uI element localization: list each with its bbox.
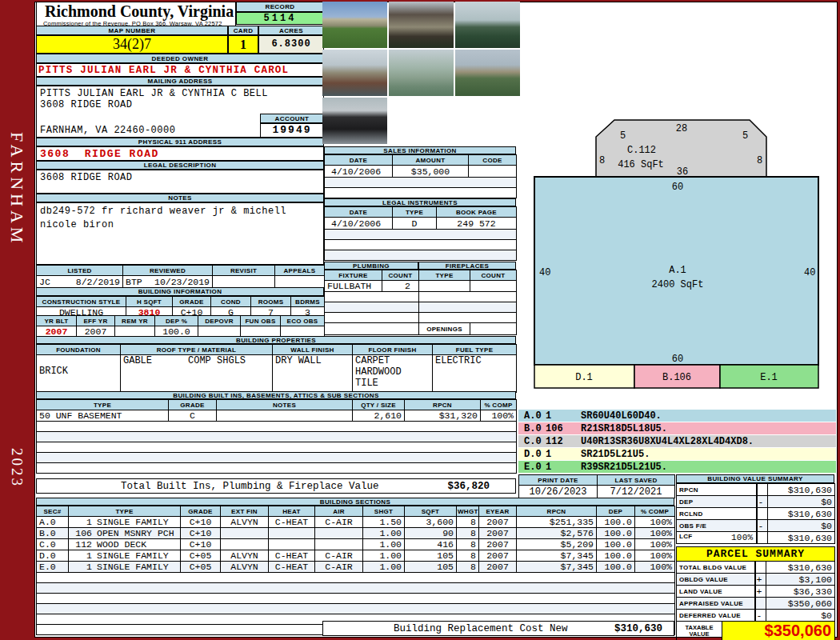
- built-in-type-label: TYPE: [37, 400, 169, 410]
- floor-value: CARPET HARDWOOD TILE: [353, 355, 433, 393]
- empty-row: [325, 292, 517, 302]
- empty-row: [325, 178, 517, 188]
- legend-trace: R21SR18D5L18U5.: [581, 423, 667, 434]
- vs-label: OBS F/E: [677, 520, 757, 532]
- legend-trace: R39SR21D5L21U5.: [581, 462, 667, 473]
- acres-value: 6.8300: [258, 35, 324, 54]
- ps-label: TOTAL BLDG VALUE: [677, 562, 755, 574]
- property-photo-1[interactable]: [322, 2, 387, 48]
- section-type: OPEN MSNRY PCH: [97, 528, 174, 538]
- construction-style-label: CONSTRUCTION STYLE: [37, 297, 126, 307]
- legend-sec: B.0: [518, 423, 546, 434]
- section-sqft: 90: [405, 528, 457, 539]
- dim-c-top: 28: [676, 123, 687, 134]
- fireplace-type-value: [419, 281, 470, 292]
- instrument-book-page: 249 572: [437, 218, 517, 230]
- sale-row: 4/10/2006 $35,000: [325, 166, 517, 178]
- built-ins-total-value: $36,820: [447, 481, 490, 492]
- effyr-label: EFF YR: [77, 316, 115, 326]
- legal-description-value: 3608 RIDGE ROAD: [36, 170, 324, 194]
- value-summary-row: LCF100% $310,630: [677, 532, 835, 544]
- vs-sign: [757, 532, 768, 544]
- notes-label: NOTES: [36, 194, 324, 202]
- parcel-summary-table: PARCEL SUMMARY TOTAL BLDG VALUE $310,630…: [676, 546, 835, 640]
- mailing-address-label: MAILING ADDRESS: [36, 77, 324, 86]
- section-extfin: ALVYN: [221, 517, 269, 528]
- listed-pair: JC8/2/2019: [39, 277, 120, 287]
- building-sections-table: SEC# TYPE GRADE EXT FIN HEAT AIR SHGT SQ…: [36, 506, 675, 635]
- openings-label: OPENINGS: [419, 323, 470, 335]
- legend-sec: D.0: [518, 449, 546, 460]
- floor-line-2: HARDWOOD: [355, 366, 430, 378]
- property-photo-5[interactable]: [389, 50, 454, 96]
- empty-cell: [325, 250, 517, 261]
- empty-row: [37, 422, 517, 432]
- fireplaces-label: FIREPLACES: [418, 262, 516, 270]
- print-date-label: PRINT DATE: [519, 475, 598, 486]
- bdrms-label: BDRMS: [291, 297, 325, 307]
- rpcn-header: RPCN: [517, 506, 597, 517]
- instruments-header: DATE TYPE BOOK PAGE: [325, 207, 517, 218]
- building-section-row: E.0 1SINGLE FAMILY C+05 ALVYN C-HEAT C-A…: [37, 562, 675, 573]
- cond-label: COND: [211, 297, 251, 307]
- instrument-row: 4/10/2006 D 249 572: [325, 218, 517, 230]
- vs-label: LCF100%: [677, 532, 757, 544]
- section-type-cell: 112WOOD DECK: [69, 539, 181, 550]
- physical-address-value: 3608 RIDGE ROAD: [36, 146, 324, 161]
- legal-description-label: LEGAL DESCRIPTION: [36, 161, 324, 170]
- built-in-rpcn: $31,320: [405, 410, 481, 422]
- sec-header: SEC#: [37, 506, 69, 517]
- ps-value: $310,630: [766, 562, 835, 574]
- property-photo-2[interactable]: [389, 2, 454, 48]
- legend-sec: E.0: [518, 462, 546, 473]
- floor-line-1: CARPET: [355, 355, 430, 366]
- property-photo-3[interactable]: [455, 2, 520, 48]
- sketch-legend: A.01SR60U40L60D40. B.0106R21SR18D5L18U5.…: [518, 410, 836, 474]
- reviewed-pair: BTP10/23/2019: [126, 277, 210, 287]
- sketch-label-b: B.106: [662, 372, 691, 383]
- building-sketch: 28 5 5 C.112 8 416 SqFt 8 36 60 40 A.1 2…: [520, 110, 836, 394]
- building-properties-header: FOUNDATION ROOF TYPE / MATERIAL WALL FIN…: [37, 345, 517, 355]
- deeded-owner-label: DEEDED OWNER: [36, 54, 324, 63]
- section-heat: [269, 539, 315, 550]
- instrument-date: 4/10/2006: [325, 218, 393, 230]
- empty-cell: [37, 453, 517, 463]
- ps-label: LAND VALUE: [677, 586, 755, 598]
- parcel-summary-row: OBLDG VALUE + $3,100: [677, 574, 835, 586]
- instrument-type: D: [393, 218, 437, 230]
- reviewed-by: BTP: [126, 277, 142, 287]
- built-ins-label: BUILDING BUILT INS, BASEMENTS, ATTICS & …: [36, 391, 516, 399]
- legend-qty: 112: [546, 436, 581, 447]
- sketch-label-c: C.112: [627, 145, 656, 156]
- roof-value: GABLECOMP SHGLS: [121, 355, 273, 393]
- ps-value: $0: [766, 610, 835, 622]
- foundation-label: FOUNDATION: [37, 345, 121, 355]
- property-photo-7[interactable]: [322, 98, 387, 144]
- plumbing-label: PLUMBING: [324, 262, 418, 270]
- sale-code: [469, 166, 517, 178]
- vs-value: $310,630: [768, 484, 835, 496]
- section-sqft: 416: [405, 539, 457, 550]
- sketch-label-e: E.1: [760, 372, 778, 383]
- sqft-header: SQFT: [405, 506, 457, 517]
- section-rpcn: $2,576: [517, 528, 597, 539]
- legend-trace: U40R13SR36U8XU4L4XL28XL4D4XD8.: [581, 436, 754, 447]
- section-rpcn: $7,345: [517, 550, 597, 562]
- legend-sec: A.0: [518, 410, 546, 422]
- last-saved-value: 7/12/2021: [598, 486, 675, 498]
- section-air: C-AIR: [315, 562, 363, 573]
- roof-material: COMP SHGLS: [188, 355, 246, 366]
- legend-qty: 106: [546, 423, 581, 434]
- fuel-value: ELECTRIC: [433, 355, 517, 393]
- fireplace-type-label: TYPE: [419, 270, 470, 281]
- property-photo-6[interactable]: [455, 50, 520, 96]
- record-label: RECORD: [236, 2, 324, 12]
- property-photo-4[interactable]: [322, 50, 387, 96]
- legend-qty: 1: [546, 462, 581, 473]
- built-in-comp: 100%: [481, 410, 517, 422]
- built-in-comp-label: % COMP: [481, 400, 517, 410]
- dep-header: DEP: [597, 506, 635, 517]
- building-section-row: C.0 112WOOD DECK C+10 1.00 416 8 2007 $5…: [37, 539, 675, 550]
- section-type-cell: 1SINGLE FAMILY: [69, 550, 181, 562]
- replacement-cost-value: $310,630: [614, 623, 662, 634]
